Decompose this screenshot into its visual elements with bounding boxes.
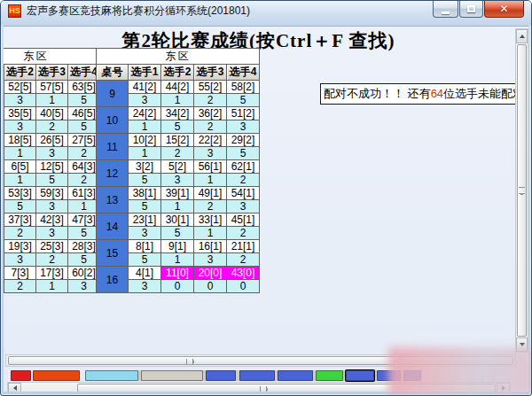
score-cell: 3	[4, 120, 36, 134]
player-cell: 39[1]	[161, 187, 194, 200]
minimize-button[interactable]	[433, 1, 458, 18]
table-number: 15	[97, 240, 129, 267]
close-icon: ✕	[499, 3, 508, 15]
score-cell: 2	[227, 174, 260, 187]
region-header: 东区	[97, 49, 260, 65]
toolbar-button-8[interactable]	[316, 370, 343, 381]
player-cell: 54[1]	[227, 187, 260, 200]
scroll-up-button[interactable]	[516, 29, 528, 43]
score-cell: 3	[227, 120, 260, 134]
score-cell: 2	[194, 120, 227, 134]
player-cell: 5[2]	[161, 160, 194, 174]
score-cell: 5	[161, 120, 194, 134]
score-cell: 2	[227, 227, 260, 240]
score-cell: 3	[129, 227, 161, 240]
player-cell: 22[2]	[194, 134, 227, 147]
maximize-icon	[467, 5, 475, 12]
score-cell: 2	[227, 253, 260, 267]
score-cell: 1	[161, 94, 194, 107]
player-row: 1423[1]30[1]33[1]45[1]	[97, 214, 260, 227]
player-cell: 34[2]	[161, 107, 194, 120]
player-cell: 8[1]	[129, 240, 161, 253]
close-button[interactable]: ✕	[484, 1, 524, 18]
toolbar-button-5[interactable]	[206, 370, 236, 381]
score-cell: 1	[161, 200, 194, 214]
player-cell: 6[5]	[4, 160, 36, 174]
toolbar-button-7[interactable]	[278, 370, 313, 381]
score-cell: 1	[4, 147, 36, 160]
toolbar-button-4[interactable]	[141, 370, 203, 381]
player-row: 123[2]5[2]56[1]62[1]	[97, 160, 260, 174]
toolbar-button-3[interactable]	[85, 370, 138, 381]
scroll-left-button[interactable]	[8, 383, 21, 392]
pairing-message-prefix: 配对不成功！！ 还有	[324, 87, 431, 100]
player-cell: 57[5]	[36, 81, 68, 94]
pairing-status-message: 配对不成功！！ 还有64位选手未能配对	[320, 83, 519, 105]
player-row: 158[1]9[1]16[1]21[1]	[97, 240, 260, 253]
client-area: 第2轮比赛成绩(按Ctrl＋F 查找) 东区选手1选手2选手3选手452[5]5…	[4, 26, 528, 392]
score-cell: 3	[4, 94, 36, 107]
player-cell: 49[1]	[194, 187, 227, 200]
player-cell: 45[1]	[227, 214, 260, 227]
unpaired-player-cell: 11[0]	[161, 267, 194, 280]
column-header: 桌号	[97, 65, 129, 81]
west-results-table: 东区选手1选手2选手3选手452[5]57[5]63[5]31535[5]40[…	[4, 48, 100, 293]
player-row: 19[3]25[3]28[3]	[4, 240, 100, 253]
player-cell: 38[1]	[129, 187, 161, 200]
score-cell: 1	[36, 94, 68, 107]
score-cell: 1	[194, 174, 227, 187]
player-cell: 3[2]	[129, 160, 161, 174]
arrow-up-icon	[520, 35, 525, 38]
player-cell: 62[1]	[227, 160, 260, 174]
player-cell: 41[2]	[129, 81, 161, 94]
player-cell: 23[1]	[129, 214, 161, 227]
score-cell: 5	[227, 94, 260, 107]
column-header: 选手4	[227, 65, 260, 81]
score-cell: 3	[129, 94, 161, 107]
window-title: 宏声多赛区竞技麻将比赛积分循环系统(201801)	[27, 4, 250, 19]
score-cell: 3	[227, 200, 260, 214]
thumb-grip-icon	[519, 187, 525, 194]
player-cell: 17[3]	[36, 267, 68, 280]
score-cell: 0	[227, 280, 260, 293]
score-cell: 2	[36, 253, 68, 267]
player-row: 164[1]11[0]20[0]43[0]	[97, 267, 260, 280]
player-cell: 7[3]	[4, 267, 36, 280]
player-cell: 21[1]	[227, 240, 260, 253]
column-header: 选手1	[129, 65, 161, 81]
player-cell: 35[5]	[4, 107, 36, 120]
score-cell: 5	[129, 174, 161, 187]
player-cell: 33[1]	[194, 214, 227, 227]
player-cell: 58[2]	[227, 81, 260, 94]
player-cell: 10[2]	[129, 134, 161, 147]
score-cell: 3	[36, 227, 68, 240]
player-cell: 29[2]	[227, 134, 260, 147]
east-results-table: 东区桌号选手1选手2选手3选手4941[2]44[2]55[2]58[2]312…	[96, 48, 260, 293]
vertical-scrollbar[interactable]	[515, 28, 528, 353]
player-cell: 44[2]	[161, 81, 194, 94]
player-cell: 18[5]	[4, 134, 36, 147]
player-cell: 26[5]	[36, 134, 68, 147]
score-cell: 3	[36, 147, 68, 160]
toolbar-button-2[interactable]	[33, 370, 80, 381]
arrow-down-icon	[520, 343, 525, 346]
arrow-left-icon	[13, 385, 17, 391]
score-row: 132	[4, 147, 100, 160]
maximize-button[interactable]	[459, 1, 483, 18]
player-cell: 42[3]	[36, 214, 68, 227]
toolbar-button-1[interactable]	[11, 370, 31, 381]
player-cell: 36[2]	[194, 107, 227, 120]
vertical-scrollbar-thumb[interactable]	[517, 44, 527, 337]
score-cell: 5	[36, 174, 68, 187]
table-number: 9	[97, 81, 129, 107]
player-row: 1024[2]34[2]36[2]51[2]	[97, 107, 260, 120]
score-cell: 1	[194, 227, 227, 240]
toolbar-button-6[interactable]	[239, 370, 275, 381]
player-cell: 30[1]	[161, 214, 194, 227]
score-cell: 3	[194, 147, 227, 160]
score-cell: 2	[194, 200, 227, 214]
toolbar-button-9[interactable]	[346, 370, 374, 381]
player-row: 6[5]12[5]64[3]	[4, 160, 100, 174]
score-cell: 5	[227, 147, 260, 160]
unpaired-player-cell: 43[0]	[227, 267, 260, 280]
